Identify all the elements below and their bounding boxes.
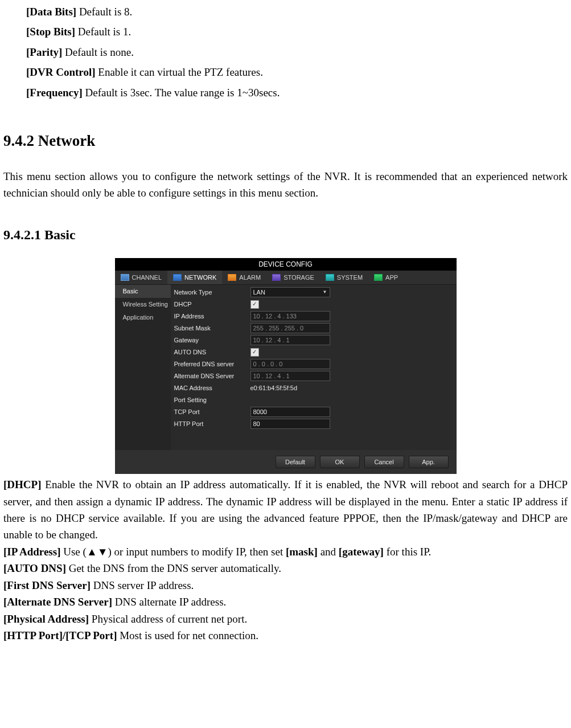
label-preferred-dns: Preferred DNS server [173,361,250,367]
tab-label: NETWORK [184,275,216,281]
input-alternate-dns[interactable]: 10 . 12 . 4 . 1 [250,371,330,381]
heading-9-4-2-1: 9.4.2.1 Basic [3,224,568,246]
system-icon [326,274,334,281]
app-button[interactable]: App. [409,456,449,468]
tab-label: CHANNEL [132,275,162,281]
tab-label: ALARM [239,275,261,281]
checkbox-auto-dns[interactable]: ✓ [250,348,259,357]
label-mac-address: MAC Address [173,385,250,391]
def-text-post: for this IP. [384,546,431,558]
input-ip-address[interactable]: 10 . 12 . 4 . 133 [250,311,330,321]
def-text: Physical address of current net port. [89,613,247,625]
sidebar-item-wireless[interactable]: Wireless Setting [115,298,171,311]
window-title: DEVICE CONFIG [115,258,457,271]
tab-alarm[interactable]: ALARM [222,271,266,284]
default-button[interactable]: Default [276,456,315,468]
def-label: [Stop Bits] [26,26,75,38]
arrows-icon: ▲▼ [87,546,108,558]
check-icon: ✓ [252,301,257,307]
input-http-port[interactable]: 80 [250,419,330,429]
def-alternate-dns: [Alternate DNS Server] DNS alternate IP … [3,594,568,610]
def-text: Default is 3sec. The value range is 1~30… [83,87,280,99]
def-text: Default is 1. [75,26,131,38]
def-text: DNS server IP address. [91,579,194,591]
def-text: Most is used for net connection. [117,629,258,641]
dialog-footer: Default OK Cancel App. [115,450,457,474]
cancel-button[interactable]: Cancel [364,456,404,468]
def-text-and: and [318,546,339,558]
check-icon: ✓ [252,349,257,355]
def-label-gateway: [gateway] [339,546,384,558]
def-label: [DVR Control] [26,66,96,78]
input-preferred-dns[interactable]: 0 . 0 . 0 . 0 [250,359,330,369]
def-label: [Physical Address] [3,613,89,625]
sidebar: Basic Wireless Setting Application [115,285,171,450]
def-text: Get the DNS from the DNS server automati… [66,562,281,574]
def-dvr-control: [DVR Control] Enable it can virtual the … [26,64,568,80]
tab-channel[interactable]: CHANNEL [115,271,168,284]
def-label: [First DNS Server] [3,579,91,591]
form-area: Network Type LAN▼ DHCP ✓ IP Address 10 .… [171,285,457,450]
def-ip-address: [IP Address] Use (▲▼) or input numbers t… [3,543,568,560]
tab-label: APP [385,275,398,281]
tab-label: STORAGE [284,275,314,281]
def-label: [AUTO DNS] [3,562,66,574]
intro-paragraph: This menu section allows you to configur… [3,168,568,202]
def-ports: [HTTP Port]/[TCP Port] Most is used for … [3,627,568,644]
sidebar-item-basic[interactable]: Basic [115,285,171,298]
chevron-down-icon: ▼ [323,290,327,295]
def-auto-dns: [AUTO DNS] Get the DNS from the DNS serv… [3,560,568,576]
label-auto-dns: AUTO DNS [173,349,250,355]
def-text: Default is none. [62,46,134,58]
def-text-mid: ) or input numbers to modify IP, then se… [108,546,286,558]
tab-storage[interactable]: STORAGE [266,271,320,284]
tab-bar: CHANNEL NETWORK ALARM STORAGE SYSTEM APP [115,271,457,285]
label-subnet-mask: Subnet Mask [173,325,250,332]
def-label: [IP Address] [3,546,60,558]
heading-9-4-2: 9.4.2 Network [3,129,568,153]
def-text: Enable the NVR to obtain an IP address a… [3,478,568,541]
input-subnet-mask[interactable]: 255 . 255 . 255 . 0 [250,323,330,333]
def-data-bits: [Data Bits] Default is 8. [26,3,568,20]
def-physical-address: [Physical Address] Physical address of c… [3,611,568,627]
alarm-icon [228,274,236,281]
label-http-port: HTTP Port [173,421,250,427]
checkbox-dhcp[interactable]: ✓ [250,300,259,309]
def-label: [Data Bits] [26,6,76,18]
def-first-dns: [First DNS Server] DNS server IP address… [3,577,568,594]
label-ip-address: IP Address [173,313,250,320]
sidebar-item-application[interactable]: Application [115,311,171,324]
def-text-pre: Use ( [60,546,86,558]
def-label-mask: [mask] [286,546,318,558]
def-text: Enable it can virtual the PTZ features. [96,66,263,78]
label-network-type: Network Type [173,289,250,296]
select-network-type[interactable]: LAN▼ [250,287,330,297]
label-gateway: Gateway [173,337,250,343]
screenshot-device-config: DEVICE CONFIG CHANNEL NETWORK ALARM STOR… [3,258,568,474]
label-tcp-port: TCP Port [173,409,250,415]
tab-network[interactable]: NETWORK [167,271,222,284]
def-stop-bits: [Stop Bits] Default is 1. [26,23,568,40]
def-label: [Parity] [26,46,62,58]
tab-label: SYSTEM [337,275,363,281]
def-frequency: [Frequency] Default is 3sec. The value r… [26,84,568,101]
select-value: LAN [253,289,265,296]
input-tcp-port[interactable]: 8000 [250,407,330,417]
tab-app[interactable]: APP [368,271,404,284]
def-parity: [Parity] Default is none. [26,44,568,60]
storage-icon [272,274,281,281]
input-gateway[interactable]: 10 . 12 . 4 . 1 [250,335,330,345]
def-dhcp: [DHCP] Enable the NVR to obtain an IP ad… [3,476,568,543]
network-icon [173,274,182,281]
channel-icon [121,274,129,281]
def-label: [Alternate DNS Server] [3,596,112,608]
tab-system[interactable]: SYSTEM [320,271,368,284]
label-dhcp: DHCP [173,301,250,308]
def-text: Default is 8. [76,6,132,18]
def-label: [DHCP] [3,478,41,490]
def-text: DNS alternate IP address. [112,596,226,608]
app-icon [374,274,383,281]
def-label: [HTTP Port]/[TCP Port] [3,629,117,641]
ok-button[interactable]: OK [320,456,360,468]
def-label: [Frequency] [26,87,83,99]
